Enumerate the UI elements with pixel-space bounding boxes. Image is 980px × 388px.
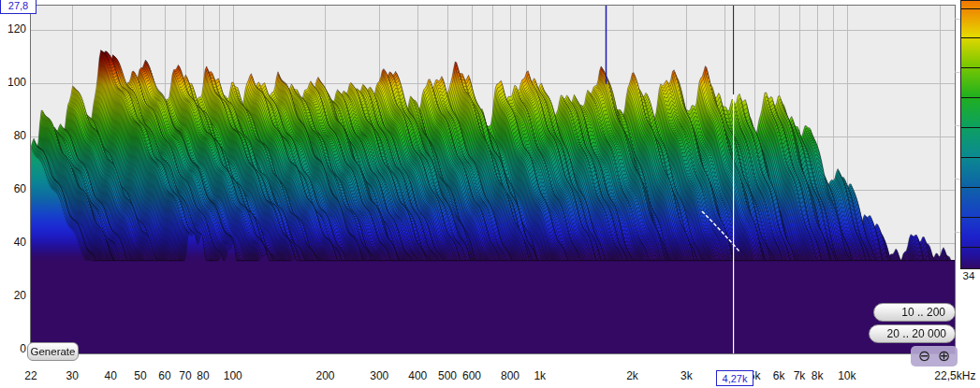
y-tick-label: 80: [0, 129, 26, 142]
y-tick-label: 120: [0, 22, 26, 36]
x-tick-label: 30: [66, 369, 79, 382]
y-tick-label: 100: [0, 76, 26, 89]
y-tick-label: 40: [0, 236, 26, 249]
x-tick-label: 3k: [680, 369, 693, 382]
rew-waterfall-window: { "cursor": { "db_readout": "27,8", "fre…: [0, 0, 980, 388]
x-tick-label: 800: [501, 369, 519, 382]
x-tick-label: 400: [408, 369, 427, 382]
x-tick-label: 22,5kHz: [934, 369, 975, 382]
range-10-200-button[interactable]: 10 .. 200: [873, 303, 956, 322]
x-tick-label: 300: [370, 369, 388, 382]
zoom-out-icon[interactable]: ⊖: [918, 349, 930, 364]
generate-button[interactable]: Generate: [27, 342, 79, 361]
legend-divider: [961, 8, 980, 9]
legend-divider: [961, 97, 980, 98]
x-tick-label: 10k: [838, 369, 856, 382]
x-tick-label: 200: [315, 369, 334, 382]
waterfall-canvas[interactable]: [31, 6, 955, 353]
cursor-db-readout: 27,8: [0, 0, 37, 14]
legend-divider: [961, 187, 980, 188]
x-tick-label: 6k: [773, 369, 785, 382]
x-tick-label: 8k: [812, 369, 824, 382]
x-tick-label: 100: [224, 369, 242, 382]
color-scale-legend: [960, 0, 980, 269]
zoom-in-icon[interactable]: ⊕: [938, 349, 950, 364]
legend-divider: [961, 37, 980, 38]
x-tick-label: 60: [158, 369, 170, 382]
x-tick-label: 7k: [794, 369, 806, 382]
x-tick-label: 80: [197, 369, 209, 382]
y-tick-label: 0: [0, 342, 26, 355]
plot-frame: [30, 5, 956, 354]
x-tick-label: 70: [179, 369, 191, 382]
x-tick-label: 1k: [534, 369, 546, 382]
x-tick-label: 22: [24, 369, 37, 382]
legend-bottom-value: 34: [958, 270, 980, 281]
x-tick-label: 50: [134, 369, 146, 382]
y-tick-label: 60: [0, 182, 26, 195]
y-tick-label: 20: [0, 289, 26, 302]
range-20-20000-button[interactable]: 20 .. 20 000: [869, 324, 956, 343]
zoom-controls-panel: ⊖ ⊕: [911, 346, 958, 366]
x-tick-label: 600: [462, 369, 481, 382]
cursor-frequency-readout: 4,27k: [716, 370, 753, 386]
x-tick-label: 2k: [626, 369, 638, 382]
legend-divider: [961, 217, 980, 218]
x-tick-label: 500: [438, 369, 457, 382]
legend-divider: [961, 247, 980, 248]
legend-divider: [961, 67, 980, 68]
legend-divider: [961, 127, 980, 128]
x-tick-label: 40: [104, 369, 116, 382]
legend-divider: [961, 157, 980, 158]
